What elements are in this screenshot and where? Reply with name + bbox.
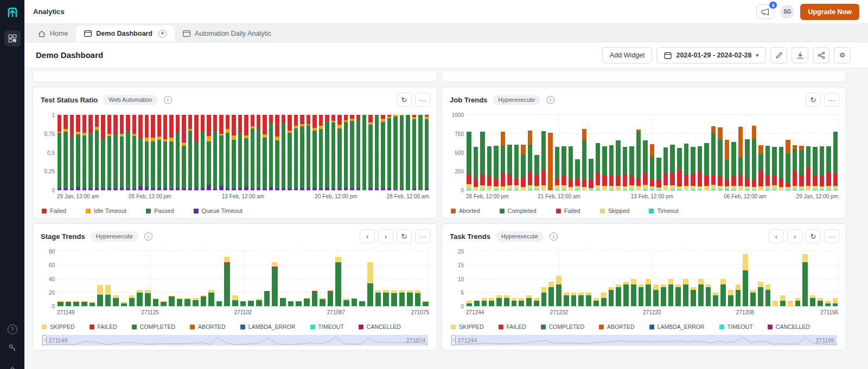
brush-handle-left[interactable] bbox=[42, 335, 47, 345]
bar[interactable] bbox=[616, 251, 621, 306]
bar[interactable] bbox=[312, 251, 318, 306]
bar[interactable] bbox=[820, 115, 825, 190]
bar[interactable] bbox=[381, 115, 385, 190]
bar[interactable] bbox=[575, 115, 580, 190]
bar[interactable] bbox=[494, 115, 499, 190]
bar[interactable] bbox=[82, 115, 86, 190]
refresh-button[interactable]: ↻ bbox=[806, 93, 821, 107]
bar[interactable] bbox=[280, 251, 286, 306]
legend-item[interactable]: Completed bbox=[500, 208, 537, 214]
legend-item[interactable]: SKIPPED bbox=[42, 323, 75, 330]
bar[interactable] bbox=[596, 115, 601, 190]
bar[interactable] bbox=[137, 251, 143, 306]
bar[interactable] bbox=[528, 115, 533, 190]
bar[interactable] bbox=[467, 115, 471, 190]
legend-item[interactable]: CANCELLED bbox=[768, 323, 810, 330]
bar[interactable] bbox=[564, 251, 569, 306]
bar[interactable] bbox=[216, 251, 222, 306]
bar[interactable] bbox=[113, 115, 117, 190]
bar[interactable] bbox=[656, 115, 661, 190]
bar[interactable] bbox=[569, 115, 573, 190]
bar[interactable] bbox=[66, 251, 72, 306]
bar[interactable] bbox=[121, 251, 127, 306]
announcements-button[interactable]: 5 bbox=[756, 4, 774, 19]
legend-item[interactable]: ABORTED bbox=[599, 323, 635, 330]
chart-plot[interactable]: 020406080 bbox=[57, 251, 429, 307]
bar[interactable] bbox=[487, 115, 492, 190]
bar[interactable] bbox=[319, 115, 323, 190]
bar[interactable] bbox=[813, 115, 818, 190]
bar[interactable] bbox=[653, 251, 659, 306]
refresh-button[interactable]: ↻ bbox=[397, 229, 412, 243]
bar[interactable] bbox=[169, 251, 175, 306]
bar[interactable] bbox=[138, 115, 142, 190]
bar[interactable] bbox=[423, 251, 429, 306]
refresh-button[interactable]: ↻ bbox=[397, 93, 412, 107]
bar[interactable] bbox=[548, 115, 553, 190]
bar[interactable] bbox=[248, 251, 254, 306]
bar[interactable] bbox=[711, 115, 716, 190]
bar[interactable] bbox=[474, 115, 478, 190]
bar[interactable] bbox=[691, 251, 696, 306]
bar[interactable] bbox=[375, 251, 381, 306]
bar[interactable] bbox=[153, 251, 159, 306]
bar[interactable] bbox=[240, 251, 246, 306]
bar[interactable] bbox=[244, 115, 248, 190]
legend-item[interactable]: FAILED bbox=[90, 323, 117, 330]
bar[interactable] bbox=[691, 115, 695, 190]
bar[interactable] bbox=[745, 115, 750, 190]
bar[interactable] bbox=[232, 115, 235, 190]
legend-item[interactable]: Failed bbox=[42, 208, 66, 214]
bar[interactable] bbox=[512, 251, 517, 306]
more-options-button[interactable]: ··· bbox=[824, 229, 839, 243]
prev-page-button[interactable]: ‹ bbox=[360, 229, 375, 243]
refresh-button[interactable]: ↻ bbox=[806, 229, 821, 243]
bar[interactable] bbox=[88, 115, 92, 190]
bar[interactable] bbox=[521, 115, 526, 190]
bar[interactable] bbox=[650, 115, 655, 190]
bar[interactable] bbox=[113, 251, 119, 306]
bar[interactable] bbox=[337, 115, 341, 190]
bar[interactable] bbox=[795, 251, 801, 306]
bar[interactable] bbox=[169, 115, 173, 190]
bar[interactable] bbox=[482, 251, 487, 306]
bar[interactable] bbox=[698, 115, 703, 190]
bar[interactable] bbox=[238, 115, 242, 190]
tab-demo-dashboard[interactable]: Demo Dashboard × bbox=[76, 25, 175, 42]
chart-brush[interactable]: 271149 271074 bbox=[42, 335, 428, 346]
bar[interactable] bbox=[145, 115, 149, 190]
bar[interactable] bbox=[343, 251, 349, 306]
bar[interactable] bbox=[383, 251, 389, 306]
bar[interactable] bbox=[176, 115, 180, 190]
bar[interactable] bbox=[213, 115, 217, 190]
bar[interactable] bbox=[779, 115, 784, 190]
bar[interactable] bbox=[718, 115, 723, 190]
bar[interactable] bbox=[548, 251, 554, 306]
bar[interactable] bbox=[368, 115, 372, 190]
share-button[interactable] bbox=[813, 47, 829, 63]
bar[interactable] bbox=[534, 115, 539, 190]
next-page-button[interactable]: › bbox=[787, 229, 802, 243]
bar[interactable] bbox=[684, 115, 689, 190]
bar[interactable] bbox=[758, 251, 763, 306]
bar[interactable] bbox=[541, 251, 547, 306]
bar[interactable] bbox=[63, 115, 67, 190]
bar[interactable] bbox=[232, 251, 238, 306]
bar[interactable] bbox=[296, 251, 302, 306]
bar[interactable] bbox=[519, 251, 524, 306]
bar[interactable] bbox=[132, 115, 136, 190]
bar[interactable] bbox=[182, 115, 186, 190]
bar[interactable] bbox=[631, 251, 636, 306]
chart-brush[interactable]: 271244 271195 bbox=[451, 335, 837, 346]
bar[interactable] bbox=[425, 115, 429, 190]
chart-plot[interactable]: 05101520 bbox=[466, 251, 838, 307]
bar[interactable] bbox=[193, 251, 199, 306]
bar[interactable] bbox=[467, 251, 472, 306]
bar[interactable] bbox=[474, 251, 480, 306]
bar[interactable] bbox=[129, 251, 135, 306]
bar[interactable] bbox=[514, 115, 519, 190]
bar[interactable] bbox=[661, 251, 666, 306]
bar[interactable] bbox=[163, 115, 167, 190]
bar[interactable] bbox=[325, 115, 329, 190]
close-icon[interactable]: × bbox=[158, 30, 167, 38]
